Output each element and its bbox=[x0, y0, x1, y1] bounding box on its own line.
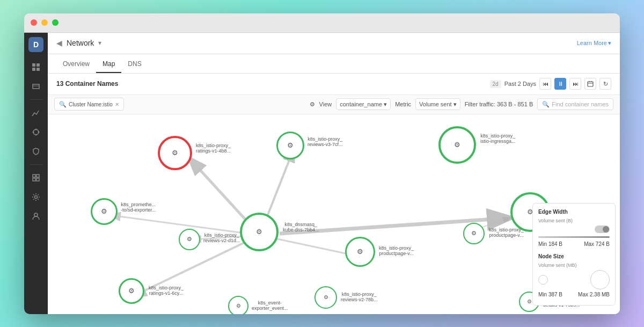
filter-row: 🔍 Cluster Name:istio ✕ ⚙ View container_… bbox=[48, 95, 620, 114]
tab-dns[interactable]: DNS bbox=[121, 56, 148, 73]
legend-panel: Edge Width Volume sent (B) Min 184 B Max… bbox=[532, 203, 616, 306]
refresh-button[interactable]: ↻ bbox=[599, 78, 611, 90]
forward-button[interactable]: ⏭ bbox=[569, 78, 581, 90]
search-box[interactable]: 🔍 Cluster Name:istio ✕ bbox=[54, 98, 124, 111]
map-area[interactable]: ⚙ k8s_istio-proxy_ratings-v1-4b8... ⚙ k8… bbox=[48, 114, 620, 314]
rewind-button[interactable]: ⏮ bbox=[539, 78, 551, 90]
find-search-icon: 🔍 bbox=[542, 101, 550, 108]
cluster-tag-chip: Cluster Name:istio ✕ bbox=[69, 101, 119, 107]
time-text: Past 2 Days bbox=[504, 81, 536, 87]
find-container-input[interactable]: 🔍 Find container names bbox=[537, 98, 613, 110]
sidebar-icon-dashboard[interactable] bbox=[27, 169, 45, 186]
tab-overview[interactable]: Overview bbox=[56, 56, 96, 73]
top-bar-right: Learn More ▾ bbox=[577, 40, 611, 47]
controls-row: 13 Container Names 2d Past 2 Days ⏮ ⏸ ⏭ … bbox=[48, 74, 620, 95]
sidebar-icon-host[interactable] bbox=[27, 59, 45, 76]
node-kube-dns-center[interactable]: ⚙ bbox=[240, 213, 279, 251]
node-reviews-v2-d1d[interactable]: ⚙ bbox=[179, 229, 200, 250]
sidebar-icon-security[interactable] bbox=[27, 143, 45, 160]
node-label-ingressgateway: k8s_istio-proxy_istio-ingressga... bbox=[480, 133, 516, 144]
svg-rect-2 bbox=[32, 68, 35, 71]
node-label-reviews-v2-78b: k8s_istio-proxy_reviews-v2-78b... bbox=[341, 292, 378, 302]
svg-point-13 bbox=[35, 195, 38, 198]
legend-node-size-sub: Volume sent (MB) bbox=[538, 263, 610, 268]
node-icon: ⚙ bbox=[256, 228, 262, 236]
time-badge: 2d bbox=[490, 80, 501, 88]
node-ingressgateway[interactable]: ⚙ bbox=[438, 126, 476, 164]
minimize-button[interactable] bbox=[41, 19, 48, 26]
node-label-ratings-v1: k8s_istio-proxy_ratings-v1-4b8... bbox=[196, 143, 231, 154]
node-prometheus[interactable]: ⚙ bbox=[91, 198, 118, 225]
node-label-reviews-v2-d1d: k8s_istio-proxy_reviews-v2-d1d... bbox=[203, 232, 240, 243]
sidebar-icon-user[interactable] bbox=[27, 208, 45, 225]
svg-rect-12 bbox=[36, 178, 39, 181]
node-ratings-v1[interactable]: ⚙ bbox=[158, 136, 192, 170]
learn-more-chevron-icon: ▾ bbox=[608, 40, 611, 47]
sidebar-icon-settings[interactable] bbox=[27, 188, 45, 206]
settings-icon: ⚙ bbox=[310, 101, 315, 108]
app-area: ◀ Network ▾ Learn More ▾ Overview Map DN… bbox=[48, 33, 620, 314]
node-event-exporter[interactable]: ⚙ bbox=[228, 296, 248, 314]
main-content: D bbox=[24, 33, 620, 314]
legend-node-size-title: Node Size bbox=[538, 253, 610, 259]
node-icon: ⚙ bbox=[187, 236, 192, 243]
title-chevron-icon[interactable]: ▾ bbox=[98, 39, 101, 47]
sidebar-icon-graph[interactable] bbox=[27, 104, 45, 121]
svg-point-6 bbox=[35, 134, 37, 135]
svg-rect-15 bbox=[588, 82, 593, 86]
learn-more-button[interactable]: Learn More ▾ bbox=[577, 40, 611, 47]
metric-dropdown[interactable]: Volume sent ▾ bbox=[415, 98, 460, 110]
legend-node-minmax: Min 387 B Max 2.38 MB bbox=[538, 292, 610, 297]
top-bar: ◀ Network ▾ Learn More ▾ bbox=[48, 33, 620, 54]
legend-edge-width-sub: Volume sent (B) bbox=[538, 218, 610, 223]
node-icon: ⚙ bbox=[172, 149, 178, 157]
edge-width-toggle[interactable] bbox=[595, 226, 610, 233]
pause-button[interactable]: ⏸ bbox=[554, 78, 566, 90]
view-dropdown[interactable]: container_name ▾ bbox=[336, 98, 391, 110]
search-icon: 🔍 bbox=[59, 101, 67, 108]
node-icon: ⚙ bbox=[471, 230, 477, 237]
sidebar-icon-network[interactable] bbox=[27, 123, 45, 141]
node-icon: ⚙ bbox=[357, 248, 363, 256]
node-icon: ⚙ bbox=[128, 287, 135, 295]
edge-width-line bbox=[538, 236, 610, 238]
node-size-large-circle bbox=[590, 270, 610, 289]
node-label-productpage-v2: k8s_istio-proxy_productpage-v... bbox=[379, 245, 414, 256]
calendar-button[interactable] bbox=[584, 78, 596, 90]
node-ratings-v1-lower[interactable]: ⚙ bbox=[119, 278, 144, 304]
node-reviews-v2-78b[interactable]: ⚙ bbox=[314, 286, 337, 309]
controls-right: 2d Past 2 Days ⏮ ⏸ ⏭ ↻ bbox=[490, 78, 611, 90]
view-label: View bbox=[319, 101, 332, 107]
node-label-kube-dns-center: k8s_dnsmasq_kube-dns-7bb4... bbox=[283, 222, 319, 232]
svg-point-14 bbox=[34, 213, 38, 216]
toggle-container bbox=[538, 226, 610, 233]
node-productpage-v2[interactable]: ⚙ bbox=[345, 237, 375, 267]
toggle-knob bbox=[603, 226, 609, 232]
node-label-prometheus: k8s_promethe...-to/sd-exporter... bbox=[121, 202, 156, 213]
node-reviews-v3[interactable]: ⚙ bbox=[276, 132, 304, 159]
sidebar-icon-containers[interactable] bbox=[27, 78, 45, 95]
svg-point-7 bbox=[33, 131, 34, 133]
legend-edge-width-title: Edge Width bbox=[538, 209, 610, 215]
node-icon: ⚙ bbox=[527, 299, 532, 304]
page-title: Network bbox=[67, 39, 94, 47]
cluster-tag-remove-icon[interactable]: ✕ bbox=[115, 101, 119, 107]
maximize-button[interactable] bbox=[52, 19, 58, 26]
app-logo: D bbox=[28, 37, 43, 52]
tab-map[interactable]: Map bbox=[96, 56, 121, 73]
node-max-label: Max 2.38 MB bbox=[578, 292, 610, 297]
metric-chevron-icon: ▾ bbox=[453, 101, 457, 108]
svg-rect-10 bbox=[36, 175, 39, 177]
node-productpage[interactable]: ⚙ bbox=[463, 223, 485, 244]
container-count-label: 13 Container Names bbox=[56, 80, 118, 88]
node-label-ratings-v1-lower: k8s_istio-proxy_ratings-v1-6cy... bbox=[149, 285, 184, 296]
node-icon: ⚙ bbox=[454, 141, 460, 149]
node-label-event-exporter: k8s_event-exporter_event... bbox=[252, 300, 288, 311]
title-bar bbox=[24, 13, 620, 33]
close-button[interactable] bbox=[31, 19, 37, 26]
svg-rect-3 bbox=[36, 68, 40, 71]
svg-rect-0 bbox=[32, 63, 35, 67]
view-controls: ⚙ View container_name ▾ Metric Volume se… bbox=[310, 98, 613, 110]
node-size-small-circle bbox=[538, 275, 548, 285]
filter-traffic-label: Filter traffic: 363 B - 851 B bbox=[465, 101, 533, 107]
